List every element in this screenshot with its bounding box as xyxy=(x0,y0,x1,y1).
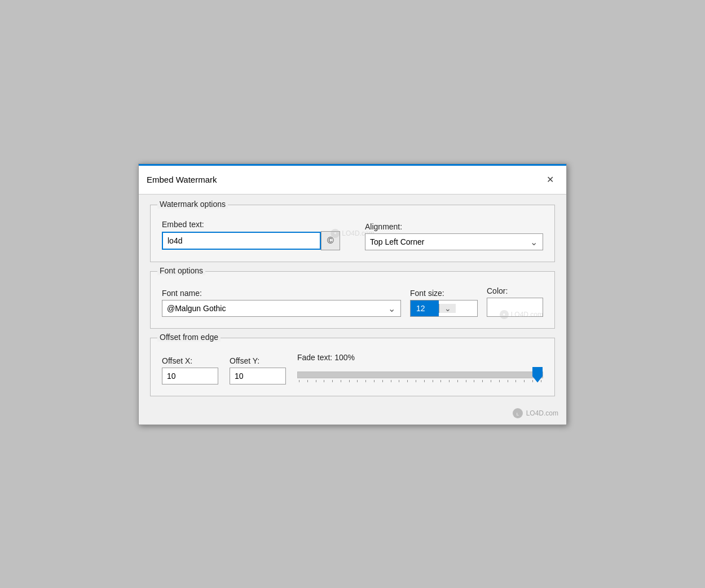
font-options-grid: Font name: @Malgun Gothic Arial Times Ne… xyxy=(162,286,543,317)
bottom-bar: L LO4D.com xyxy=(139,408,566,425)
font-size-field-group: Font size: 12 ⌄ xyxy=(410,289,478,317)
slider-track xyxy=(297,372,543,378)
tick xyxy=(374,380,374,382)
offset-x-input[interactable] xyxy=(162,368,218,384)
slider-fill xyxy=(298,372,543,378)
tick xyxy=(341,380,341,382)
offset-grid: Offset X: Offset Y: Fade text: 100% xyxy=(162,353,543,384)
offset-section: Offset from edge Offset X: Offset Y: Fad… xyxy=(150,338,555,396)
close-button[interactable]: ✕ xyxy=(541,171,558,188)
offset-x-field-group: Offset X: xyxy=(162,356,218,384)
tick xyxy=(440,380,441,382)
tick xyxy=(449,380,450,382)
tick xyxy=(482,380,483,382)
embed-text-input[interactable] xyxy=(162,232,321,250)
font-size-label: Font size: xyxy=(410,289,478,298)
title-bar-left: Embed Watermark xyxy=(147,175,217,184)
slider-ticks xyxy=(298,380,543,382)
embed-text-label: Embed text: xyxy=(162,220,340,229)
tick xyxy=(541,380,541,382)
fade-section: Fade text: 100% xyxy=(297,353,543,384)
fade-label: Fade text: 100% xyxy=(297,353,543,362)
alignment-label: Alignment: xyxy=(365,222,543,231)
offset-y-input[interactable] xyxy=(230,368,286,384)
bottom-brand-text: LO4D.com xyxy=(526,409,558,417)
alignment-select-wrapper: Top Left Corner Top Center Top Right Cor… xyxy=(365,233,543,250)
tick xyxy=(508,380,508,382)
embed-text-row: © xyxy=(162,231,340,250)
font-options-legend: Font options xyxy=(157,266,205,275)
tick xyxy=(424,380,425,382)
tick xyxy=(316,380,316,382)
alignment-select[interactable]: Top Left Corner Top Center Top Right Cor… xyxy=(365,233,543,250)
tick xyxy=(491,380,491,382)
font-size-input-row: 12 ⌄ xyxy=(410,300,478,317)
lo4d-icon: L xyxy=(512,408,523,419)
offset-x-label: Offset X: xyxy=(162,356,218,365)
tick xyxy=(499,380,500,382)
slider-container xyxy=(297,365,543,384)
tick xyxy=(391,380,391,382)
tick xyxy=(399,380,399,382)
tick xyxy=(457,380,458,382)
font-name-select[interactable]: @Malgun Gothic Arial Times New Roman Cou… xyxy=(162,300,401,317)
tick xyxy=(524,380,525,382)
svg-text:L: L xyxy=(516,412,519,417)
font-size-value[interactable]: 12 xyxy=(411,300,439,316)
color-swatch[interactable] xyxy=(487,298,543,317)
tick xyxy=(324,380,324,382)
tick xyxy=(349,380,350,382)
offset-legend: Offset from edge xyxy=(157,333,221,342)
watermark-options-grid: Embed text: © Alignment: Top Left Corner… xyxy=(162,220,543,250)
copyright-button[interactable]: © xyxy=(321,231,340,250)
color-label: Color: xyxy=(487,286,543,295)
font-name-field-group: Font name: @Malgun Gothic Arial Times Ne… xyxy=(162,289,401,317)
title-bar: Embed Watermark ✕ xyxy=(139,164,566,194)
watermark-options-legend: Watermark options xyxy=(157,200,228,209)
embed-text-field-group: Embed text: © xyxy=(162,220,340,250)
tick xyxy=(365,380,366,382)
tick xyxy=(332,380,333,382)
tick xyxy=(307,380,308,382)
font-name-select-wrapper: @Malgun Gothic Arial Times New Roman Cou… xyxy=(162,300,401,317)
dialog-title: Embed Watermark xyxy=(147,175,217,184)
alignment-field-group: Alignment: Top Left Corner Top Center To… xyxy=(365,222,543,250)
tick xyxy=(357,380,358,382)
tick xyxy=(407,380,408,382)
tick xyxy=(466,380,466,382)
offset-y-field-group: Offset Y: xyxy=(230,356,286,384)
tick xyxy=(433,380,433,382)
tick xyxy=(416,380,416,382)
dialog-body: Watermark options ● LO4D.com Embed text:… xyxy=(139,194,566,408)
embed-watermark-dialog: Embed Watermark ✕ Watermark options ● LO… xyxy=(138,163,567,425)
tick xyxy=(299,380,299,382)
font-options-section: Font options ● LO4D.com Font name: @Malg… xyxy=(150,271,555,329)
font-size-dropdown-button[interactable]: ⌄ xyxy=(439,304,456,313)
font-name-label: Font name: xyxy=(162,289,401,298)
tick xyxy=(532,380,533,382)
color-field-group: Color: xyxy=(487,286,543,317)
tick xyxy=(382,380,383,382)
tick xyxy=(474,380,474,382)
tick xyxy=(515,380,516,382)
bottom-watermark: L LO4D.com xyxy=(512,408,558,419)
offset-y-label: Offset Y: xyxy=(230,356,286,365)
watermark-options-section: Watermark options ● LO4D.com Embed text:… xyxy=(150,205,555,262)
